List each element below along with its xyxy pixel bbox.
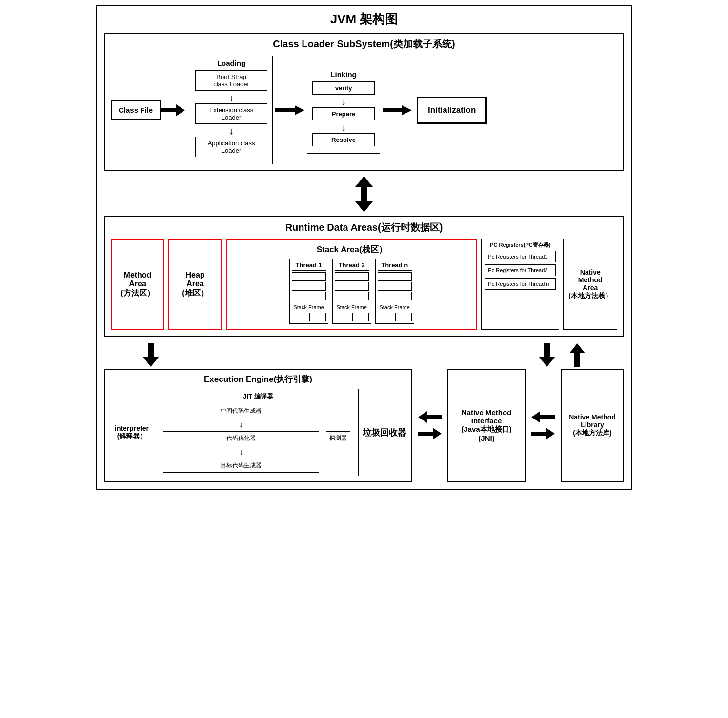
application-loader-box: Application classLoader (195, 137, 267, 157)
svg-rect-2 (383, 108, 402, 112)
prepare-box: Prepare (312, 107, 375, 120)
loader-arrow1: ↓ (195, 93, 267, 102)
threadn-col: Thread n Stack Frame (375, 259, 414, 324)
native-to-library-arrows (529, 369, 557, 482)
linking-to-init-arrow (383, 105, 412, 115)
jit-step3: 目标代码生成器 (163, 459, 319, 473)
loader-arrow2: ↓ (195, 126, 267, 136)
method-area-label: MethodArea(方法区） (121, 271, 154, 299)
jit-step1: 中间代码生成器 (163, 404, 319, 418)
class-file-arrow (161, 105, 185, 115)
bottom-row: Execution Engine(执行引擎) interpreter(解释器） … (104, 369, 624, 482)
native-method-area-box: NativeMethodArea(本地方法栈） (563, 239, 617, 330)
jit-arrow1: ↓ (163, 420, 319, 429)
native-library-box: Native MethodLibrary(本地方法库) (561, 369, 624, 482)
detector-box: 探测器 (326, 431, 350, 445)
jit-section: JIT 编译器 中间代码生成器 ↓ 代码优化器 ↓ 目标代码生成器 探测器 (158, 389, 359, 476)
threadn-row3 (378, 292, 412, 300)
threadn-cell1 (378, 313, 394, 321)
method-area-box: MethodArea(方法区） (111, 239, 164, 330)
threadn-label: Thread n (378, 261, 412, 271)
up-arrow-right (569, 343, 585, 367)
thread2-cell2 (352, 313, 369, 321)
thread1-col: Thread 1 Stack Frame (289, 259, 328, 324)
thread2-row1 (335, 272, 369, 281)
interpreter-box: interpreter(解释器） (110, 389, 154, 476)
threadn-stack-frame: Stack Frame (378, 303, 412, 310)
native-interface-box: Native MethodInterface(Java本地接口)(JNI) (447, 369, 526, 482)
interpreter-label: interpreter(解释器） (115, 424, 149, 441)
class-file-box: Class File (111, 100, 161, 120)
thread1-row2 (292, 282, 326, 291)
threadn-row1 (378, 272, 412, 281)
classloader-section: Class Loader SubSystem(类加载子系统) Class Fil… (104, 33, 624, 171)
runtime-to-exec-arrow (143, 343, 159, 367)
gc-label: 垃圾回收器 (363, 427, 406, 439)
stack-area-box: Stack Area(栈区） Thread 1 Stack Frame (226, 239, 477, 330)
pc-registers-box: PC Registers(PC寄存器) Pc Registers for Thr… (481, 239, 559, 330)
svg-rect-0 (275, 108, 295, 112)
exec-to-native-arrows (416, 369, 444, 482)
execution-section: Execution Engine(执行引擎) interpreter(解释器） … (104, 369, 412, 482)
thread1-row1 (292, 272, 326, 281)
thread1-stack-frame: Stack Frame (292, 303, 326, 310)
classloader-title: Class Loader SubSystem(类加载子系统) (111, 38, 617, 51)
native-method-area-label: NativeMethodArea(本地方法栈） (568, 268, 612, 300)
thread1-row3 (292, 292, 326, 300)
right-arrow2 (531, 428, 555, 439)
loading-block: Loading Boot Strapclass Loader ↓ Extensi… (190, 56, 273, 164)
heap-area-label: HeapArea(堆区） (182, 271, 208, 299)
class-file-area: Class File (111, 100, 185, 120)
execution-title: Execution Engine(执行引擎) (110, 374, 406, 385)
right-arrows (539, 343, 585, 367)
pc-thread1-row: Pc Registers for Thread1 (485, 251, 556, 262)
pc-thread2-row: Pc Registers for Thread2 (485, 264, 556, 276)
threadn-cell2 (395, 313, 412, 321)
gc-box: 垃圾回收器 (363, 389, 406, 476)
thread1-cell2 (309, 313, 326, 321)
native-interface-label: Native MethodInterface(Java本地接口)(JNI) (461, 408, 511, 442)
thread2-col: Thread 2 Stack Frame (332, 259, 371, 324)
right-arrow (418, 428, 442, 439)
svg-marker-3 (402, 105, 412, 115)
thread2-cell1 (335, 313, 351, 321)
svg-marker-1 (295, 105, 304, 115)
heap-area-box: HeapArea(堆区） (168, 239, 222, 330)
left-arrow2 (531, 411, 555, 423)
link-arrow2: ↓ (312, 122, 375, 132)
loading-title: Loading (195, 59, 267, 67)
detector-area: 探测器 (323, 404, 353, 473)
thread1-label: Thread 1 (292, 261, 326, 271)
main-container: JVM 架构图 Class Loader SubSystem(类加载子系统) C… (96, 5, 632, 490)
link-arrow1: ↓ (312, 97, 375, 106)
down-arrow-right (539, 343, 555, 367)
thread2-row2 (335, 282, 369, 291)
jit-title: JIT 编译器 (163, 392, 353, 401)
classloader-to-runtime-arrow (104, 176, 624, 212)
bootstrap-loader-box: Boot Strapclass Loader (195, 70, 267, 91)
verify-box: verify (312, 81, 375, 95)
native-library-label: Native MethodLibrary(本地方法库) (569, 413, 616, 438)
jit-arrow2: ↓ (163, 447, 319, 457)
runtime-title: Runtime Data Areas(运行时数据区) (111, 221, 617, 234)
initialization-box: Initialization (417, 97, 487, 124)
thread2-label: Thread 2 (335, 261, 369, 271)
thread2-row3 (335, 292, 369, 300)
runtime-section: Runtime Data Areas(运行时数据区) MethodArea(方法… (104, 216, 624, 337)
stack-area-title: Stack Area(栈区） (232, 244, 471, 255)
extension-loader-box: Extension classLoader (195, 103, 267, 124)
init-section: Initialization (417, 97, 487, 124)
linking-block: Linking verify ↓ Prepare ↓ Resolve (307, 67, 380, 154)
pc-title: PC Registers(PC寄存器) (485, 241, 556, 249)
left-arrow (418, 411, 442, 423)
resolve-box: Resolve (312, 133, 375, 146)
pc-threadn-row: Pc Registers for Thread n (485, 278, 556, 290)
threadn-row2 (378, 282, 412, 291)
mid-arrows (104, 341, 624, 369)
linking-title: Linking (312, 70, 375, 79)
jit-step2: 代码优化器 (163, 431, 319, 445)
jit-steps: 中间代码生成器 ↓ 代码优化器 ↓ 目标代码生成器 (163, 404, 319, 473)
thread1-cell1 (292, 313, 308, 321)
loading-to-linking-arrow (275, 105, 304, 115)
main-title: JVM 架构图 (104, 11, 624, 28)
